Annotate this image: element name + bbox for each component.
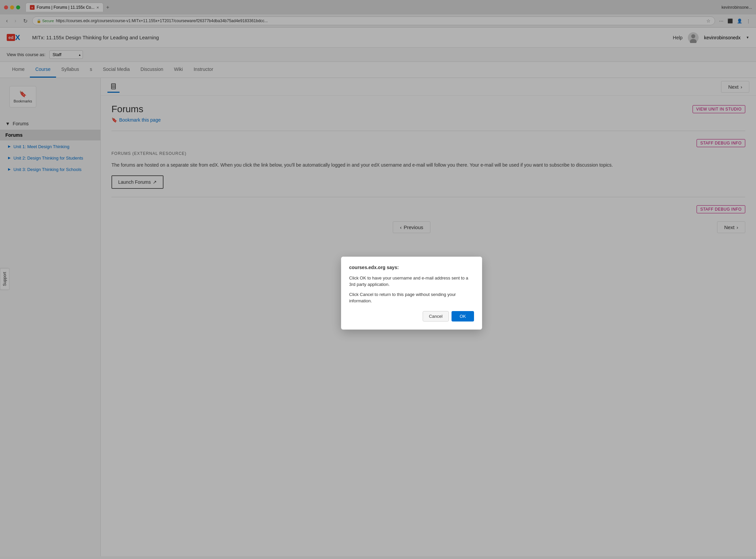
dialog-buttons: Cancel OK xyxy=(349,311,474,321)
dialog-text-2: Click Cancel to return to this page with… xyxy=(349,291,474,304)
dialog: courses.edx.org says: Click OK to have y… xyxy=(341,256,482,330)
dialog-text-1: Click OK to have your username and e-mai… xyxy=(349,275,474,288)
dialog-ok-button[interactable]: OK xyxy=(451,311,474,321)
dialog-overlay: courses.edx.org says: Click OK to have y… xyxy=(0,0,756,556)
dialog-cancel-button[interactable]: Cancel xyxy=(423,311,449,321)
dialog-title: courses.edx.org says: xyxy=(349,265,474,270)
